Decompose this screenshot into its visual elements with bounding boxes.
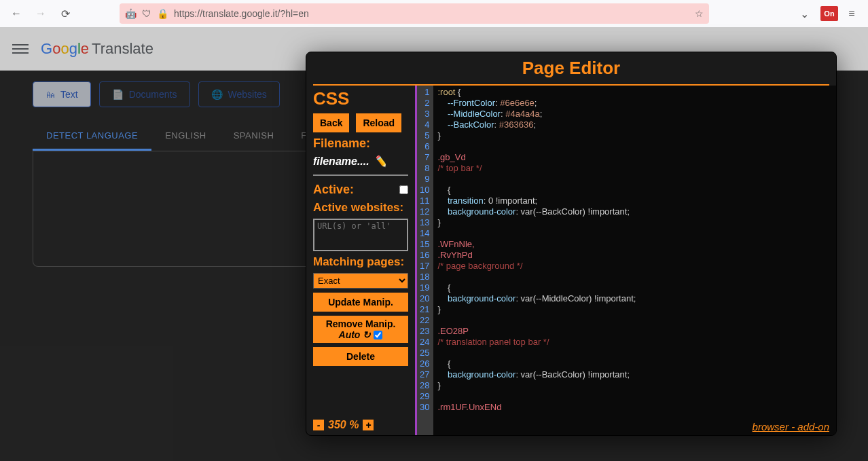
back-nav-icon[interactable]: ← bbox=[5, 3, 27, 24]
zoom-out-button[interactable]: - bbox=[313, 420, 324, 430]
filename-label: Filename: bbox=[313, 136, 408, 151]
active-websites-input[interactable] bbox=[313, 219, 408, 251]
lock-icon: 🔒 bbox=[157, 8, 168, 19]
browser-addon-link[interactable]: browser - add-on bbox=[753, 421, 829, 432]
code-editor: filename.css X 1234567891011121314151617… bbox=[415, 86, 836, 435]
css-heading: CSS bbox=[313, 88, 408, 109]
auto-label: Auto bbox=[339, 329, 361, 340]
reload-button[interactable]: Reload bbox=[356, 113, 401, 132]
robot-icon: 🤖 bbox=[125, 8, 137, 19]
delete-button[interactable]: Delete bbox=[313, 347, 408, 366]
active-websites-label: Active websites: bbox=[313, 201, 408, 215]
back-button[interactable]: Back bbox=[313, 113, 349, 132]
pocket-icon[interactable]: ⌄ bbox=[793, 3, 815, 24]
line-gutter: 1234567891011121314151617181920212223242… bbox=[415, 86, 433, 435]
cycle-icon: ↻ bbox=[363, 329, 371, 340]
page-editor-panel: Page Editor CSS Back Reload Filename: fi… bbox=[306, 52, 837, 436]
active-checkbox[interactable] bbox=[399, 185, 408, 194]
zoom-value: 350 % bbox=[328, 419, 359, 431]
reload-nav-icon[interactable]: ⟳ bbox=[54, 3, 76, 24]
page-editor-title: Page Editor bbox=[306, 52, 836, 84]
browser-toolbar: ← → ⟳ 🤖 🛡 🔒 https://translate.google.it/… bbox=[0, 0, 868, 27]
url-bar[interactable]: 🤖 🛡 🔒 https://translate.google.it/?hl=en… bbox=[120, 3, 709, 24]
filename-value: filename.... bbox=[313, 155, 369, 168]
browser-menu-icon[interactable]: ≡ bbox=[841, 3, 863, 24]
editor-sidebar: CSS Back Reload Filename: filename.... ✏… bbox=[306, 86, 415, 435]
auto-checkbox[interactable] bbox=[374, 331, 382, 339]
remove-manip-button[interactable]: Remove Manip. Auto ↻ bbox=[313, 316, 408, 343]
bookmark-star-icon[interactable]: ☆ bbox=[695, 8, 704, 19]
zoom-in-button[interactable]: + bbox=[363, 420, 374, 430]
extension-badge[interactable]: On bbox=[820, 6, 838, 21]
matching-select[interactable]: Exact bbox=[313, 273, 408, 289]
edit-pencil-icon[interactable]: ✏️ bbox=[374, 155, 387, 168]
matching-pages-label: Matching pages: bbox=[313, 255, 408, 269]
update-manip-button[interactable]: Update Manip. bbox=[313, 293, 408, 312]
shield-icon: 🛡 bbox=[142, 8, 151, 19]
url-text: https://translate.google.it/?hl=en bbox=[174, 8, 309, 19]
forward-nav-icon[interactable]: → bbox=[30, 3, 52, 24]
code-content[interactable]: :root { --FrontColor: #6e6e6e; --MiddleC… bbox=[433, 86, 640, 435]
zoom-control: - 350 % + bbox=[313, 419, 408, 431]
active-label: Active: bbox=[313, 183, 354, 197]
